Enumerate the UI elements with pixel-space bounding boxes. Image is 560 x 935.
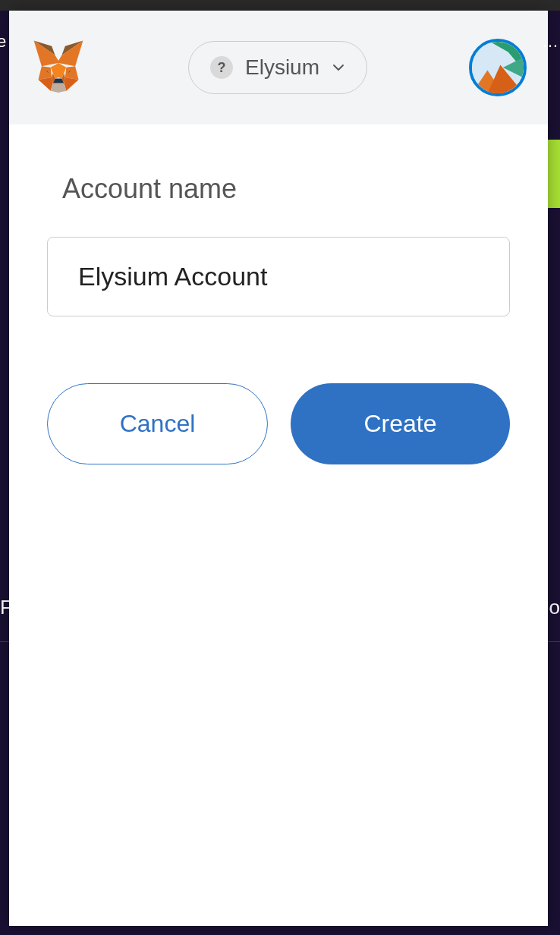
popup-header: ? Elysium [9,11,548,124]
svg-marker-5 [38,77,52,91]
popup-body: Account name Cancel Create [9,124,548,464]
svg-marker-6 [64,77,78,91]
truncated-text-right: … [542,32,558,52]
cancel-button[interactable]: Cancel [47,383,268,464]
metamask-fox-logo [30,39,87,96]
network-selector[interactable]: ? Elysium [188,41,367,94]
create-button[interactable]: Create [291,383,510,464]
svg-marker-4 [65,66,79,80]
account-name-input[interactable] [47,237,510,316]
question-mark-icon: ? [210,56,233,79]
svg-marker-7 [51,83,67,93]
background-text-right: o [549,596,560,619]
svg-marker-3 [38,66,52,80]
account-avatar[interactable] [469,39,527,96]
chevron-down-icon [332,61,345,74]
account-name-label: Account name [47,173,510,205]
truncated-text-left: e [0,32,6,52]
extension-popup: ? Elysium Account name Cancel Create [9,11,548,926]
network-label: Elysium [245,55,319,80]
button-row: Cancel Create [47,383,510,464]
browser-chrome-top [0,0,560,11]
